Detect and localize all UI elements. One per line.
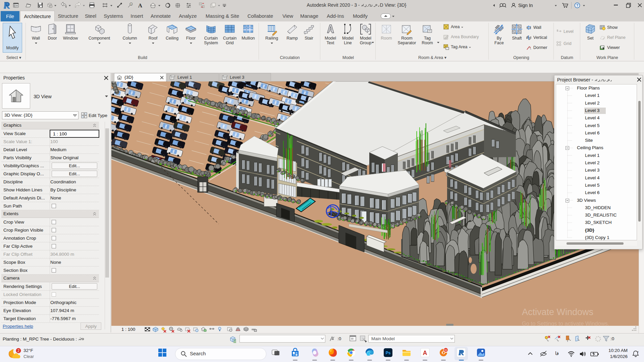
svg-text:A: A	[423, 350, 427, 356]
svg-text:Activate Windows: Activate Windows	[522, 307, 593, 317]
svg-text:z: z	[637, 350, 639, 353]
svg-text:Go to Settings to activate Win: Go to Settings to activate Windows.	[522, 320, 609, 326]
svg-text:Ps: Ps	[386, 351, 391, 355]
svg-text:2: 2	[17, 349, 19, 353]
svg-text:59: 59	[444, 349, 447, 351]
